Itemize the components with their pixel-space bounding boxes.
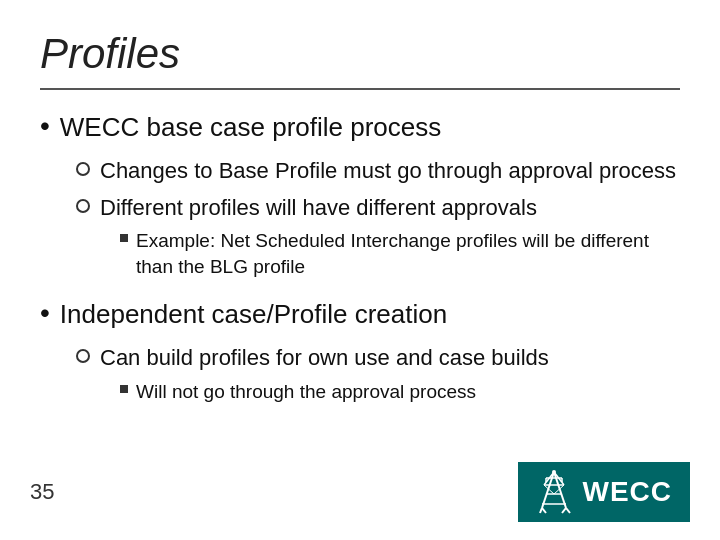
sub-item-3-container: Can build profiles for own use and case …: [100, 344, 680, 408]
bullet-dot-1: •: [40, 110, 50, 142]
circle-icon-3: [76, 349, 90, 363]
sub-sub-item-1-text: Example: Net Scheduled Interchange profi…: [136, 228, 680, 279]
main-bullet-1-text: WECC base case profile process: [60, 112, 441, 143]
sub-list-1: Changes to Base Profile must go through …: [76, 157, 680, 283]
sub-item-2-text: Different profiles will have different a…: [100, 195, 537, 220]
sub-item-1: Changes to Base Profile must go through …: [76, 157, 680, 186]
main-bullet-2: • Independent case/Profile creation: [40, 299, 680, 330]
slide: Profiles • WECC base case profile proces…: [0, 0, 720, 540]
bullet-section-2: • Independent case/Profile creation Can …: [40, 299, 680, 408]
bullet-section-1: • WECC base case profile process Changes…: [40, 112, 680, 283]
svg-point-9: [552, 470, 556, 474]
svg-line-14: [542, 508, 546, 513]
title-divider: [40, 88, 680, 90]
wecc-tower-icon: [536, 470, 572, 514]
slide-title: Profiles: [40, 30, 680, 78]
sub-sub-item-2: Will not go through the approval process: [120, 379, 680, 405]
sub-item-3: Can build profiles for own use and case …: [76, 344, 680, 408]
wecc-logo-text: WECC: [582, 476, 672, 508]
sub-sub-list-2: Will not go through the approval process: [120, 379, 680, 405]
bullet-dot-2: •: [40, 297, 50, 329]
circle-icon-1: [76, 162, 90, 176]
square-icon-1: [120, 234, 128, 242]
sub-item-2: Different profiles will have different a…: [76, 194, 680, 284]
sub-sub-list-1: Example: Net Scheduled Interchange profi…: [120, 228, 680, 279]
slide-number: 35: [30, 479, 54, 505]
slide-footer: 35: [0, 462, 720, 522]
wecc-logo: WECC: [518, 462, 690, 522]
sub-item-3-text: Can build profiles for own use and case …: [100, 345, 549, 370]
sub-sub-item-2-text: Will not go through the approval process: [136, 379, 680, 405]
circle-icon-2: [76, 199, 90, 213]
square-icon-2: [120, 385, 128, 393]
sub-sub-item-1: Example: Net Scheduled Interchange profi…: [120, 228, 680, 279]
main-bullet-1: • WECC base case profile process: [40, 112, 680, 143]
sub-list-2: Can build profiles for own use and case …: [76, 344, 680, 408]
sub-item-2-container: Different profiles will have different a…: [100, 194, 680, 284]
sub-item-1-text: Changes to Base Profile must go through …: [100, 157, 680, 186]
svg-line-16: [566, 508, 570, 513]
main-bullet-2-text: Independent case/Profile creation: [60, 299, 447, 330]
